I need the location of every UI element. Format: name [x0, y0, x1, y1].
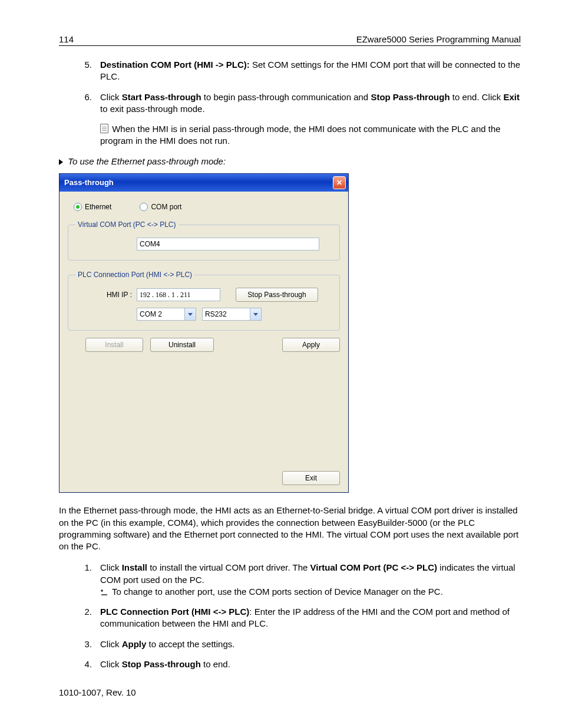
apply-button[interactable]: Apply: [282, 338, 340, 352]
group-legend: PLC Connection Port (HMI <-> PLC): [75, 270, 194, 279]
note-icon: [100, 589, 108, 596]
com-port-value: COM 2: [137, 308, 184, 321]
group-legend: Virtual COM Port (PC <-> PLC): [75, 220, 178, 229]
item-text: to begin pass-through communication and: [201, 92, 371, 102]
item-bold: Exit: [503, 92, 520, 102]
item-text: Click: [100, 562, 122, 572]
item-bold: Stop Pass-through: [122, 659, 201, 669]
radio-icon: [74, 203, 82, 211]
page-number: 114: [59, 34, 74, 44]
item-text: to install the virtual COM port driver. …: [147, 562, 310, 572]
chevron-down-icon: [184, 308, 196, 321]
item-bold: Virtual COM Port (PC <-> PLC): [310, 562, 438, 572]
note-icon: [100, 124, 108, 133]
radio-icon: [140, 203, 148, 211]
arrow-right-icon: [59, 159, 63, 165]
item-text: Click: [100, 92, 122, 102]
virtual-com-port-field[interactable]: COM4: [137, 238, 319, 251]
list-number: 6.: [73, 91, 100, 147]
virtual-com-port-group: Virtual COM Port (PC <-> PLC) COM4: [68, 220, 340, 261]
close-icon: ✕: [336, 178, 342, 187]
hmi-ip-field[interactable]: 192 . 168 . 1 . 211: [137, 288, 220, 301]
close-button[interactable]: ✕: [333, 176, 346, 189]
protocol-select[interactable]: RS232: [202, 308, 262, 321]
com-port-select[interactable]: COM 2: [137, 308, 196, 321]
radio-label: Ethernet: [85, 202, 111, 212]
doc-title: EZware5000 Series Programming Manual: [356, 34, 521, 44]
subheading-text: To use the Ethernet pass-through mode:: [68, 156, 226, 166]
list-item: 6. Click Start Pass-through to begin pas…: [73, 91, 521, 147]
note-text: When the HMI is in serial pass-through m…: [100, 124, 501, 146]
item-text: to end. Click: [450, 92, 504, 102]
list-item: 1. Click Install to install the virtual …: [73, 562, 521, 598]
list-number: 1.: [73, 562, 100, 598]
item-text: to end.: [201, 659, 230, 669]
item-bold: PLC Connection Port (HMI <-> PLC): [100, 607, 249, 617]
radio-comport[interactable]: COM port: [140, 202, 181, 212]
radio-ethernet[interactable]: Ethernet: [74, 202, 111, 212]
exit-button[interactable]: Exit: [282, 471, 340, 485]
subheading: To use the Ethernet pass-through mode:: [59, 156, 521, 167]
item-bold: Install: [122, 562, 147, 572]
item-text: Click: [100, 639, 122, 649]
list-number: 2.: [73, 606, 100, 630]
plc-connection-port-group: PLC Connection Port (HMI <-> PLC) HMI IP…: [68, 270, 340, 331]
pass-through-dialog: Pass-through ✕ Ethernet COM port: [59, 173, 349, 493]
radio-label: COM port: [151, 202, 181, 212]
list-item: 4. Click Stop Pass-through to end.: [73, 658, 521, 670]
item-bold: Stop Pass-through: [371, 92, 449, 102]
note-text: To change to another port, use the COM p…: [110, 587, 443, 597]
list-item: 5. Destination COM Port (HMI -> PLC): Se…: [73, 59, 521, 83]
list-number: 4.: [73, 658, 100, 670]
dialog-titlebar: Pass-through ✕: [59, 174, 348, 192]
uninstall-button[interactable]: Uninstall: [150, 338, 214, 352]
chevron-down-icon: [250, 308, 262, 321]
list-item: 2. PLC Connection Port (HMI <-> PLC): En…: [73, 606, 521, 630]
list-item: 3. Click Apply to accept the settings.: [73, 638, 521, 650]
page-header: 114 EZware5000 Series Programming Manual: [59, 34, 521, 46]
item-bold: Apply: [122, 639, 147, 649]
item-text: Click: [100, 659, 122, 669]
item-text: to exit pass-through mode.: [100, 104, 205, 114]
list-number: 3.: [73, 638, 100, 650]
hmi-ip-label: HMI IP :: [75, 290, 137, 299]
item-bold: Start Pass-through: [122, 92, 201, 102]
list-number: 5.: [73, 59, 100, 83]
item-text: to accept the settings.: [146, 639, 234, 649]
item-bold: Destination COM Port (HMI -> PLC):: [100, 60, 250, 70]
protocol-value: RS232: [202, 308, 250, 321]
dialog-title-text: Pass-through: [64, 177, 114, 188]
page-footer: 1010-1007, Rev. 10: [59, 687, 521, 699]
stop-pass-through-button[interactable]: Stop Pass-through: [236, 288, 318, 302]
paragraph: In the Ethernet pass-through mode, the H…: [59, 505, 521, 552]
install-button: Install: [85, 338, 143, 352]
